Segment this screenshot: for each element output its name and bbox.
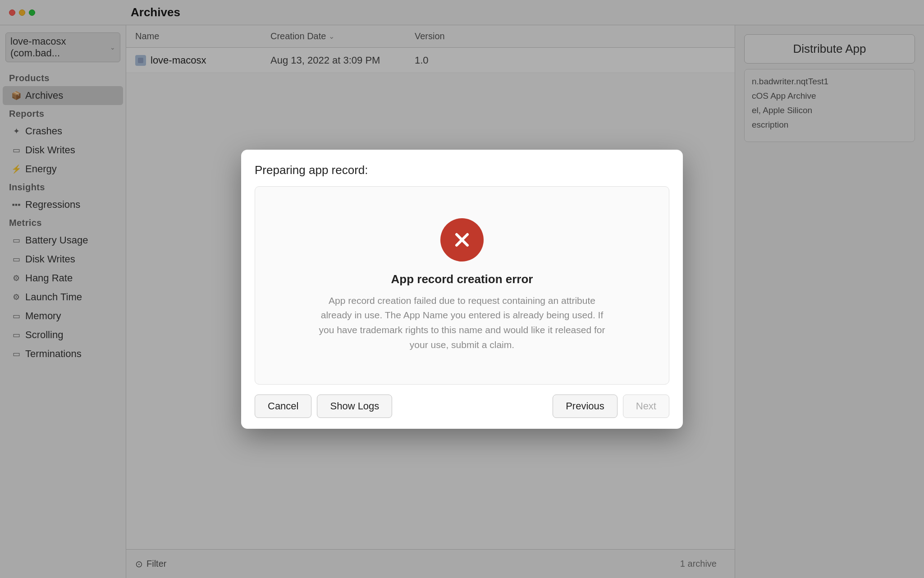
show-logs-button[interactable]: Show Logs: [317, 395, 392, 418]
modal-dialog: Preparing app record: App record creatio…: [241, 150, 683, 429]
modal-title: Preparing app record:: [255, 163, 669, 177]
modal-footer-right: Previous Next: [553, 395, 669, 418]
cancel-button[interactable]: Cancel: [255, 395, 311, 418]
modal-overlay: Preparing app record: App record creatio…: [0, 0, 924, 578]
error-icon-circle: [440, 218, 484, 261]
modal-content-area: App record creation error App record cre…: [255, 186, 669, 385]
error-title: App record creation error: [391, 272, 533, 286]
modal-footer: Cancel Show Logs Previous Next: [255, 395, 669, 418]
error-x-icon: [450, 228, 474, 252]
error-description: App record creation failed due to reques…: [313, 294, 611, 352]
previous-button[interactable]: Previous: [553, 395, 618, 418]
next-button: Next: [623, 395, 669, 418]
modal-footer-left: Cancel Show Logs: [255, 395, 392, 418]
